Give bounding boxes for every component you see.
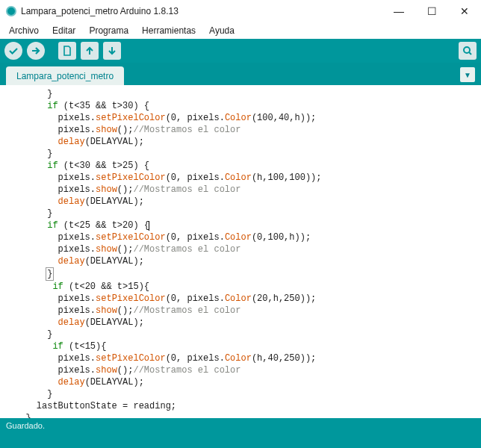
new-sketch-button[interactable] — [58, 42, 76, 60]
maximize-button[interactable]: ☐ — [415, 0, 448, 22]
tab-strip: Lampara_potenci_metro ▼ — [0, 63, 481, 85]
verify-button[interactable] — [4, 42, 22, 60]
arrow-up-icon — [85, 46, 94, 56]
serial-monitor-icon — [462, 46, 473, 56]
code-editor[interactable]: } if (t<35 && t>30) { pixels.setPixelCol… — [0, 85, 481, 418]
console-message-bar: Guardado. — [0, 418, 481, 435]
menu-editar[interactable]: Editar — [46, 24, 81, 37]
arrow-down-icon — [108, 46, 117, 56]
file-icon — [63, 46, 72, 56]
menu-herramientas[interactable]: Herramientas — [136, 24, 202, 37]
check-icon — [8, 46, 19, 56]
menu-archivo[interactable]: Archivo — [3, 24, 45, 37]
open-sketch-button[interactable] — [81, 42, 99, 60]
code-content[interactable]: } if (t<35 && t>30) { pixels.setPixelCol… — [0, 85, 481, 418]
window-titlebar: Lampara_potenci_metro Arduino 1.8.13 — ☐… — [0, 0, 481, 22]
arrow-right-icon — [31, 46, 41, 56]
status-bar — [0, 435, 481, 448]
status-message: Guardado. — [6, 421, 45, 430]
minimize-button[interactable]: — — [382, 0, 415, 22]
menu-ayuda[interactable]: Ayuda — [203, 24, 241, 37]
close-button[interactable]: ✕ — [448, 0, 481, 22]
upload-button[interactable] — [27, 42, 45, 60]
toolbar — [0, 39, 481, 63]
arduino-app-icon — [6, 6, 16, 16]
text-cursor — [149, 221, 149, 231]
menu-bar: Archivo Editar Programa Herramientas Ayu… — [0, 22, 481, 39]
window-title: Lampara_potenci_metro Arduino 1.8.13 — [21, 6, 382, 16]
tab-main-sketch[interactable]: Lampara_potenci_metro — [6, 66, 124, 85]
matching-bracket-highlight: } — [46, 267, 54, 281]
menu-programa[interactable]: Programa — [83, 24, 134, 37]
svg-point-0 — [464, 47, 470, 53]
serial-monitor-button[interactable] — [459, 42, 477, 60]
save-sketch-button[interactable] — [103, 42, 121, 60]
tab-menu-button[interactable]: ▼ — [460, 67, 475, 82]
